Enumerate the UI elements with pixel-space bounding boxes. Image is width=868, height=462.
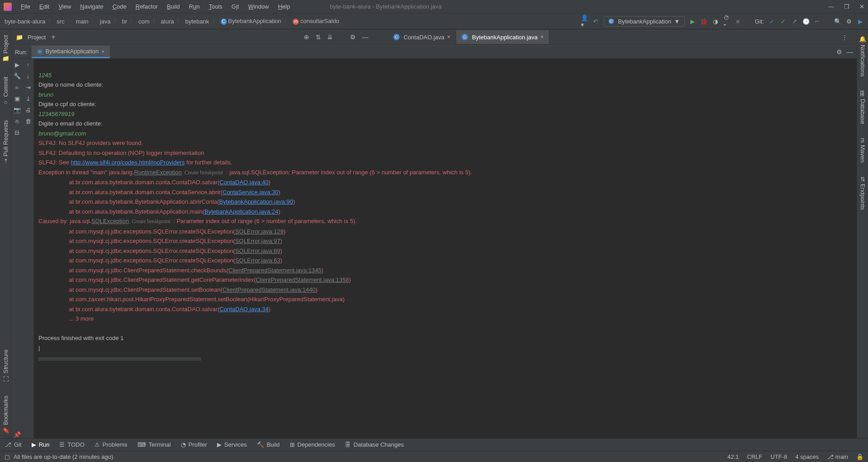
crumb-method[interactable]: mconsultarSaldo	[292, 18, 339, 25]
bottom-dependencies[interactable]: ⊞Dependencies	[290, 441, 335, 448]
link-stacktrace[interactable]: ClientPreparedStatement.java:1345	[228, 267, 321, 274]
run-gear-icon[interactable]: ⚙	[836, 48, 842, 56]
status-position[interactable]: 42:1	[727, 453, 739, 460]
sidebar-commit[interactable]: ○Commit	[1, 73, 10, 110]
run-hide-icon[interactable]: —	[847, 48, 853, 56]
horizontal-scrollbar[interactable]	[38, 357, 201, 361]
tool-windows-icon[interactable]: ▢	[5, 453, 10, 460]
link-sql-exception[interactable]: SQLException	[91, 218, 129, 224]
chevron-down-icon[interactable]: ▼	[50, 34, 56, 41]
link-stacktrace[interactable]: BytebankApplication.java:24	[204, 208, 278, 215]
link-stacktrace[interactable]: ContaDAO.java:40	[220, 179, 269, 186]
print-icon[interactable]: 🖨	[25, 107, 31, 113]
link-stacktrace[interactable]: ClientPreparedStatement.java:1440	[222, 286, 316, 293]
menu-git[interactable]: Git	[228, 1, 243, 12]
user-icon[interactable]: 👤▾	[581, 18, 588, 25]
modify-run-icon[interactable]: 🔧	[14, 73, 21, 79]
tab-bytebank-app[interactable]: C BytebankApplication.java ×	[456, 30, 549, 44]
lock-icon[interactable]: 🔒	[856, 453, 863, 460]
crumb-java[interactable]: java	[100, 18, 111, 25]
bottom-git[interactable]: ⎇Git	[5, 441, 22, 448]
down-icon[interactable]: ↓	[27, 73, 30, 79]
menu-tools[interactable]: Tools	[205, 1, 226, 12]
play-gradient-icon[interactable]: ▶	[857, 18, 863, 25]
scroll-icon[interactable]: ⤓	[26, 95, 31, 102]
crumb-br[interactable]: br	[122, 18, 127, 25]
bottom-dbchanges[interactable]: 🗄Database Changes	[345, 441, 404, 448]
link-stacktrace[interactable]: SQLError.java:63	[235, 257, 280, 264]
select-opened-icon[interactable]: ⊕	[304, 33, 309, 41]
status-branch[interactable]: ⎇ main	[827, 453, 848, 460]
run-tab[interactable]: ▣ BytebankApplication ×	[32, 46, 109, 58]
menu-edit[interactable]: Edit	[36, 1, 53, 12]
status-encoding[interactable]: UTF-8	[770, 453, 787, 460]
expand-all-icon[interactable]: ⇅	[316, 33, 321, 41]
crumb-project[interactable]: byte-bank-alura	[5, 18, 45, 25]
kebab-icon[interactable]: ⋮	[837, 34, 852, 41]
link-stacktrace[interactable]: ContaService.java:30	[222, 189, 278, 196]
settings-icon[interactable]: ⚙	[845, 18, 852, 25]
menu-refactor[interactable]: Refactor	[132, 1, 161, 12]
menu-window[interactable]: Window	[245, 1, 273, 12]
sidebar-pullrequests[interactable]: ⇢Pull Requests	[1, 117, 10, 167]
git-push-icon[interactable]: ↗	[791, 18, 798, 25]
project-panel-label[interactable]: Project	[28, 34, 46, 41]
link-stacktrace[interactable]: SQLError.java:89	[235, 247, 280, 254]
bottom-problems[interactable]: ⚠Problems	[94, 441, 127, 448]
menu-navigate[interactable]: Navigate	[76, 1, 107, 12]
bottom-profiler[interactable]: ◔Profiler	[181, 441, 207, 448]
status-indent[interactable]: 4 spaces	[795, 453, 819, 460]
maximize-icon[interactable]: ❐	[844, 3, 849, 10]
tab-close-icon[interactable]: ×	[447, 34, 450, 40]
menu-code[interactable]: Code	[109, 1, 130, 12]
hide-icon[interactable]: —	[362, 33, 368, 41]
crumb-com[interactable]: com	[138, 18, 150, 25]
crumb-class[interactable]: CBytebankApplication	[221, 18, 282, 25]
rerun-icon[interactable]: ▶	[15, 61, 19, 68]
bottom-todo[interactable]: ☰TODO	[59, 441, 84, 448]
link-stacktrace[interactable]: ContaDAO.java:34	[220, 306, 269, 313]
collapse-all-icon[interactable]: ⇊	[327, 33, 333, 41]
crumb-bytebank[interactable]: bytebank	[185, 18, 209, 25]
stop-icon[interactable]: ■	[15, 84, 19, 91]
sidebar-structure[interactable]: ⛶Structure	[1, 346, 10, 385]
bottom-run[interactable]: ▶Run	[32, 441, 50, 448]
up-icon[interactable]: ↑	[27, 61, 30, 68]
camera-icon[interactable]: 📷	[14, 107, 21, 113]
menu-view[interactable]: View	[55, 1, 75, 12]
link-runtime-exception[interactable]: RuntimeException	[134, 169, 182, 176]
layout-icon[interactable]: ▣	[14, 95, 20, 102]
search-icon[interactable]: 🔍	[834, 18, 841, 25]
git-update-icon[interactable]: ✓	[769, 18, 775, 25]
tab-close-icon[interactable]: ×	[540, 34, 543, 40]
sidebar-project[interactable]: 📁Project	[1, 32, 10, 66]
sidebar-endpoints[interactable]: ⇄Endpoints	[858, 173, 868, 214]
crumb-alura[interactable]: alura	[161, 18, 174, 25]
sidebar-notifications[interactable]: 🔔Notifications	[858, 32, 868, 80]
wrap-icon[interactable]: ⇥	[26, 84, 31, 91]
git-history-icon[interactable]: 🕓	[802, 18, 809, 25]
git-commit-icon[interactable]: ✓	[780, 18, 787, 25]
run-tab-close-icon[interactable]: ×	[101, 49, 104, 54]
crumb-main[interactable]: main	[76, 18, 89, 25]
profile-icon[interactable]: ⏱▾	[723, 18, 730, 25]
stop-icon[interactable]: ■	[735, 18, 741, 25]
link-stacktrace[interactable]: BytebankApplication.java:90	[219, 198, 293, 205]
menu-run[interactable]: Run	[185, 1, 203, 12]
link-slf4j[interactable]: http://www.slf4j.org/codes.html#noProvid…	[71, 159, 185, 166]
menu-help[interactable]: Help	[274, 1, 294, 12]
trash-icon[interactable]: 🗑	[25, 118, 31, 125]
sidebar-maven[interactable]: mMaven	[858, 134, 868, 166]
menu-file[interactable]: File	[17, 1, 34, 12]
run-configuration-selector[interactable]: C BytebankApplication ▼	[604, 16, 685, 27]
sidebar-bookmarks[interactable]: 🔖Bookmarks	[1, 392, 10, 438]
bottom-build[interactable]: 🔨Build	[257, 441, 280, 448]
status-crlf[interactable]: CRLF	[747, 453, 762, 460]
coverage-icon[interactable]: ◑	[712, 18, 719, 25]
git-revert-icon[interactable]: ⤺	[814, 18, 821, 25]
menu-build[interactable]: Build	[163, 1, 184, 12]
bottom-terminal[interactable]: ⌨Terminal	[137, 441, 171, 448]
bottom-services[interactable]: ▶Services	[217, 441, 247, 448]
console-output[interactable]: 1245 Digite o nome do cliente: bruno Dig…	[34, 59, 857, 438]
link-stacktrace[interactable]: SQLError.java:97	[235, 238, 280, 244]
